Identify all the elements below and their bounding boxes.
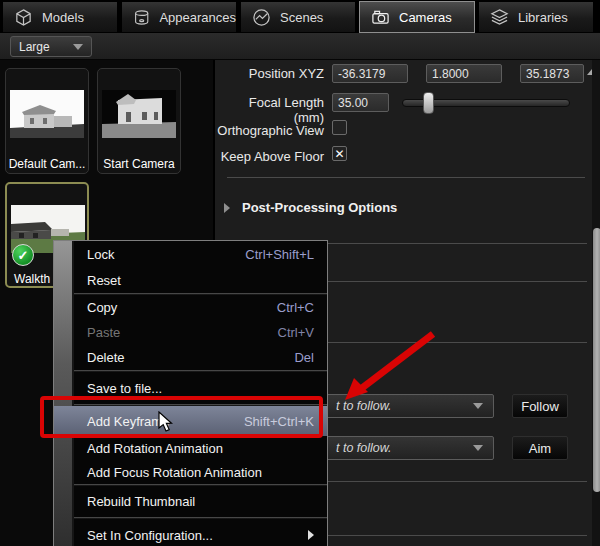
menu-item-reset[interactable]: Reset: [74, 267, 327, 293]
focal-length-label: Focal Length (mm): [215, 95, 324, 125]
menu-item-delete[interactable]: Delete Del: [74, 345, 327, 370]
tab-scenes[interactable]: Scenes: [240, 1, 356, 33]
position-xyz-label: Position XYZ: [215, 66, 324, 81]
position-z-input[interactable]: [520, 64, 584, 83]
camera-tile-default[interactable]: Default Cam...: [5, 68, 89, 174]
chevron-down-icon: [73, 44, 83, 50]
tab-models[interactable]: Models: [2, 1, 118, 33]
shortcut-label: Ctrl+C: [277, 300, 314, 315]
menu-item-add-rotation-animation[interactable]: Add Rotation Animation: [74, 436, 327, 460]
orthographic-view-checkbox[interactable]: [332, 120, 347, 135]
scene-photo-icon: [252, 8, 271, 27]
camera-context-menu: Lock Ctrl+Shift+L Reset Copy Ctrl+C Past…: [53, 240, 328, 546]
cube-icon: [14, 8, 33, 27]
tab-libraries[interactable]: Libraries: [478, 1, 594, 33]
chevron-down-icon: [473, 445, 483, 451]
focal-length-slider-handle[interactable]: [423, 92, 434, 114]
keep-above-floor-checkbox[interactable]: ✕: [332, 146, 347, 161]
camera-tile-label: Default Cam...: [6, 157, 88, 171]
tab-cameras-label: Cameras: [399, 10, 452, 25]
menu-item-lock[interactable]: Lock Ctrl+Shift+L: [74, 241, 327, 267]
start-camera-thumbnail-image: [102, 90, 176, 138]
submenu-arrow-icon: [308, 530, 314, 540]
annotation-highlight-rectangle: [40, 396, 323, 438]
tab-cameras[interactable]: Cameras: [359, 1, 475, 33]
menu-item-add-focus-rotation-animation[interactable]: Add Focus Rotation Animation: [74, 460, 327, 484]
collapsed-arrow-icon[interactable]: [224, 203, 230, 213]
checkbox-x-mark: ✕: [334, 148, 344, 160]
tab-libraries-label: Libraries: [518, 10, 568, 25]
top-tab-bar: Models Appearances Scenes Cameras Librar…: [0, 0, 600, 33]
camera-tile-start[interactable]: Start Camera: [97, 68, 181, 174]
layers-icon: [490, 8, 509, 27]
section-divider: [227, 177, 585, 178]
vertical-scrollbar-thumb[interactable]: [593, 228, 600, 492]
thumbnail-size-dropdown[interactable]: Large: [10, 36, 92, 57]
follow-button[interactable]: Follow: [512, 394, 568, 418]
tab-appearances-label: Appearances: [159, 10, 236, 25]
post-processing-header[interactable]: Post-Processing Options: [242, 200, 397, 215]
position-x-input[interactable]: [332, 64, 408, 83]
camera-icon: [371, 8, 390, 27]
tab-appearances[interactable]: Appearances: [121, 1, 237, 33]
active-camera-check-badge: ✓: [12, 244, 34, 266]
app-window: Models Appearances Scenes Cameras Librar…: [0, 0, 600, 546]
menu-item-paste: Paste Ctrl+V: [74, 320, 327, 345]
shortcut-label: Del: [294, 350, 314, 365]
context-menu-icon-gutter: [54, 241, 72, 546]
shortcut-label: Ctrl+Shift+L: [245, 247, 314, 262]
menu-item-copy[interactable]: Copy Ctrl+C: [74, 295, 327, 320]
orthographic-view-label: Orthographic View: [215, 123, 324, 138]
keep-above-floor-label: Keep Above Floor: [215, 149, 324, 164]
camera-tile-label: Start Camera: [98, 157, 180, 171]
menu-item-set-in-configuration[interactable]: Set In Configuration...: [74, 519, 327, 546]
default-camera-thumbnail-image: [10, 90, 84, 138]
cylinder-icon: [133, 8, 150, 27]
tab-models-label: Models: [42, 10, 84, 25]
chevron-down-icon: [473, 403, 483, 409]
thumbnail-size-value: Large: [19, 40, 50, 54]
secondary-toolbar: Large: [0, 33, 600, 60]
tab-scenes-label: Scenes: [280, 10, 323, 25]
shortcut-label: Ctrl+V: [278, 325, 314, 340]
focal-length-input[interactable]: [332, 93, 389, 112]
check-icon: ✓: [18, 248, 29, 263]
aim-button[interactable]: Aim: [512, 436, 568, 460]
menu-item-rebuild-thumbnail[interactable]: Rebuild Thumbnail: [74, 486, 327, 517]
position-y-input[interactable]: [426, 64, 502, 83]
